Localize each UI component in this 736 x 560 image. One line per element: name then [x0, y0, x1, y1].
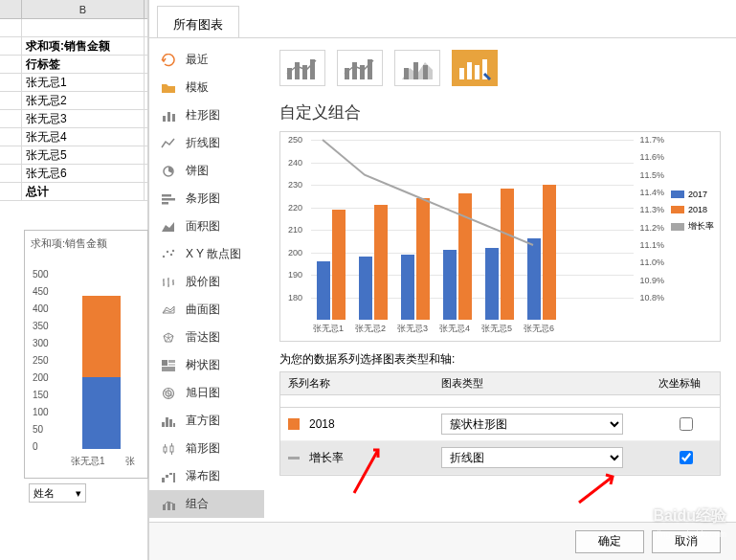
cancel-button[interactable]: 取消 — [652, 530, 721, 553]
svg-rect-42 — [467, 62, 472, 79]
chart-type-sunburst[interactable]: 旭日图 — [149, 379, 264, 407]
chart-type-stock[interactable]: 股价图 — [149, 268, 264, 296]
series-type-select[interactable]: 折线图 — [441, 447, 623, 468]
svg-rect-0 — [163, 116, 166, 122]
spreadsheet-pane: B 求和项:销售金额 行标签 张无忌1 张无忌2 张无忌3 张无忌4 张无忌5 … — [0, 0, 148, 560]
svg-rect-4 — [162, 194, 171, 197]
subtype-combo-custom[interactable] — [452, 50, 498, 86]
histo-icon — [161, 414, 176, 428]
svg-rect-19 — [169, 419, 172, 427]
name-filter-dropdown[interactable]: 姓名 ▾ — [29, 483, 86, 503]
column-header-row: B — [0, 0, 147, 19]
column-header-b[interactable]: B — [22, 0, 145, 18]
svg-rect-18 — [166, 417, 168, 427]
series-table: 系列名称 图表类型 次坐标轴 2018 簇状柱形图 增长率 折线图 — [279, 371, 721, 476]
chart-type-radar[interactable]: 雷达图 — [149, 324, 264, 351]
svg-rect-1 — [167, 112, 170, 122]
data-cell[interactable]: 张无忌3 — [22, 110, 145, 127]
box-icon — [161, 442, 176, 456]
svg-rect-38 — [404, 68, 409, 79]
total-cell[interactable]: 总计 — [22, 183, 145, 200]
radar-icon — [161, 331, 176, 345]
svg-rect-6 — [162, 202, 168, 205]
stock-icon — [161, 276, 176, 289]
svg-rect-2 — [172, 114, 175, 122]
chart-type-scatter[interactable]: X Y 散点图 — [149, 240, 264, 268]
chart-type-tree[interactable]: 树状图 — [149, 351, 264, 379]
combo-icon — [161, 498, 176, 511]
hbar-icon — [161, 192, 176, 206]
chart-type-combo[interactable]: 组合 — [149, 490, 264, 518]
mini-chart-title: 求和项:销售金额 — [25, 231, 147, 257]
chart-type-line[interactable]: 折线图 — [149, 129, 264, 157]
sunburst-icon — [161, 387, 176, 400]
ok-button[interactable]: 确定 — [575, 530, 644, 553]
recent-icon — [161, 54, 176, 67]
col-series-name: 系列名称 — [280, 372, 434, 394]
secondary-axis-checkbox[interactable] — [680, 451, 693, 464]
svg-rect-43 — [475, 65, 480, 79]
line-icon — [161, 137, 176, 150]
svg-rect-21 — [164, 447, 167, 452]
svg-rect-39 — [413, 62, 418, 79]
svg-rect-36 — [360, 65, 365, 79]
subtype-combo-3[interactable] — [394, 50, 440, 86]
subtype-combo-1[interactable] — [279, 50, 325, 86]
chart-type-pie[interactable]: 饼图 — [149, 157, 264, 185]
secondary-axis-checkbox[interactable] — [680, 417, 693, 431]
svg-rect-23 — [162, 478, 165, 482]
chart-type-list: 最近模板柱形图折线图饼图条形图面积图X Y 散点图股价图曲面图雷达图树状图旭日图… — [149, 38, 264, 522]
svg-rect-41 — [459, 68, 464, 79]
subtype-combo-2[interactable] — [337, 50, 383, 86]
svg-rect-31 — [295, 62, 300, 79]
chart-type-waterfall[interactable]: 瀑布图 — [149, 462, 264, 490]
col-secondary-axis: 次坐标轴 — [625, 372, 720, 394]
chart-type-area[interactable]: 面积图 — [149, 213, 264, 240]
svg-rect-29 — [172, 504, 175, 510]
svg-rect-35 — [352, 62, 357, 79]
series-row-2018: 2018 簇状柱形图 — [280, 408, 720, 441]
subtype-row — [279, 50, 721, 86]
tree-icon — [161, 359, 176, 372]
data-cell[interactable]: 张无忌6 — [22, 165, 145, 182]
chart-type-histo[interactable]: 直方图 — [149, 407, 264, 435]
pivot-header[interactable]: 求和项:销售金额 — [22, 37, 145, 55]
chart-type-bar[interactable]: 柱形图 — [149, 101, 264, 129]
chart-type-hbar[interactable]: 条形图 — [149, 185, 264, 213]
series-swatch — [288, 457, 300, 459]
data-cell[interactable]: 张无忌2 — [22, 92, 145, 109]
series-name: 增长率 — [309, 450, 441, 466]
data-cell[interactable]: 张无忌4 — [22, 128, 145, 146]
chevron-down-icon: ▾ — [76, 487, 81, 500]
data-cell[interactable]: 张无忌5 — [22, 146, 145, 164]
area-icon — [161, 220, 176, 234]
tab-all-charts[interactable]: 所有图表 — [157, 6, 239, 37]
svg-rect-5 — [162, 198, 175, 201]
scatter-icon — [161, 248, 176, 261]
svg-rect-32 — [302, 65, 307, 79]
svg-point-9 — [170, 253, 172, 255]
svg-rect-11 — [162, 360, 167, 366]
surface-icon — [161, 303, 176, 317]
series-swatch — [288, 418, 300, 430]
row-labels-header[interactable]: 行标签 — [22, 56, 145, 73]
svg-point-10 — [172, 249, 174, 251]
svg-rect-22 — [170, 446, 173, 452]
insert-chart-dialog: 所有图表 最近模板柱形图折线图饼图条形图面积图X Y 散点图股价图曲面图雷达图树… — [148, 0, 736, 560]
embedded-chart[interactable]: 求和项:销售金额 500 450 400 350 300 250 200 150… — [24, 230, 148, 479]
svg-point-7 — [163, 255, 165, 257]
series-section-label: 为您的数据系列选择图表类型和轴: — [279, 351, 721, 368]
series-type-select[interactable]: 簇状柱形图 — [441, 414, 623, 435]
waterfall-icon — [161, 470, 176, 483]
series-row-growth: 增长率 折线图 — [280, 441, 720, 475]
svg-rect-14 — [162, 367, 175, 371]
chart-type-folder[interactable]: 模板 — [149, 74, 264, 101]
chart-preview: 18019020021022023024025011.7%11.6%11.5%1… — [279, 131, 721, 342]
chart-type-recent[interactable]: 最近 — [149, 46, 264, 74]
data-cell[interactable]: 张无忌1 — [22, 74, 145, 91]
chart-type-surface[interactable]: 曲面图 — [149, 296, 264, 324]
svg-rect-40 — [423, 65, 428, 79]
chart-type-box[interactable]: 箱形图 — [149, 435, 264, 462]
svg-rect-17 — [162, 422, 165, 427]
svg-rect-20 — [173, 423, 175, 427]
